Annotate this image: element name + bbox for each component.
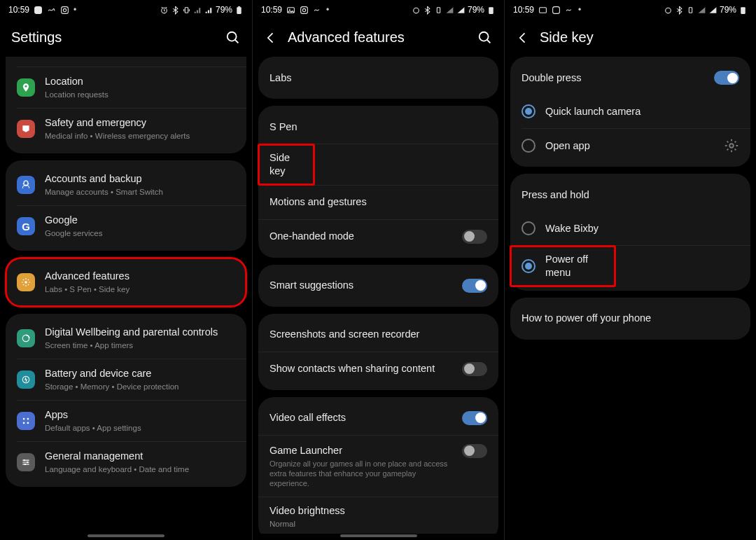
google-icon: G	[17, 217, 35, 235]
toggle-smart-suggestions[interactable]	[462, 279, 487, 293]
row-title: Side key	[270, 151, 303, 178]
section-header-press-hold: Press and hold	[510, 178, 750, 212]
settings-group: Screenshots and screen recorder Show con…	[258, 314, 498, 390]
row-video-brightness[interactable]: Video brightness Normal	[258, 497, 498, 534]
svg-rect-27	[489, 7, 493, 14]
svg-rect-33	[741, 7, 746, 14]
settings-row-apps[interactable]: Apps Default apps • App settings	[6, 401, 246, 441]
row-labs[interactable]: Labs	[258, 61, 498, 95]
page-title: Side key	[540, 29, 745, 46]
svg-point-15	[27, 418, 29, 420]
svg-rect-29	[540, 7, 547, 13]
settings-row-advanced-features[interactable]: Advanced features Labs • S Pen • Side ke…	[6, 262, 246, 303]
settings-row-accounts[interactable]: Accounts and backup Manage accounts • Sm…	[6, 165, 246, 205]
radio-quick-launch-camera[interactable]: Quick launch camera	[510, 95, 750, 128]
svg-rect-6	[185, 7, 188, 13]
settings-group: Labs	[258, 57, 498, 99]
clock: 10:59	[8, 5, 29, 15]
row-title: Show contacts when sharing content	[270, 362, 452, 375]
more-dot: •	[578, 5, 581, 15]
screen-header: Settings	[0, 20, 252, 57]
status-bar: 10:59 • 79%	[0, 0, 252, 20]
settings-row-general[interactable]: General management Language and keyboard…	[6, 442, 246, 483]
svg-point-2	[40, 8, 41, 8]
svg-rect-0	[35, 6, 42, 13]
gesture-bar[interactable]	[340, 534, 417, 537]
settings-row-google[interactable]: G Google Google services	[6, 206, 246, 247]
row-subtitle: Normal	[270, 519, 487, 529]
radio-label: Open app	[545, 139, 714, 153]
gear-icon[interactable]	[724, 138, 739, 153]
row-title: Smart suggestions	[270, 279, 452, 292]
settings-list[interactable]: Biometrics • Permission manager Location…	[0, 57, 252, 534]
svg-point-9	[227, 32, 237, 41]
row-subtitle: Default apps • App settings	[45, 423, 235, 434]
row-spen[interactable]: S Pen	[258, 110, 498, 144]
side-key-screen: 10:59 • 79% Side key Double press	[504, 0, 756, 540]
instagram-icon	[60, 6, 69, 15]
settings-row-wellbeing[interactable]: Digital Wellbeing and parental controls …	[6, 318, 246, 359]
row-title: Video brightness	[270, 504, 487, 518]
settings-row-safety[interactable]: Safety and emergency Medical info • Wire…	[6, 109, 246, 149]
scribble-icon	[47, 6, 56, 15]
toggle-show-contacts[interactable]	[462, 362, 487, 376]
svg-point-11	[24, 281, 27, 284]
row-title: Safety and emergency	[45, 116, 235, 130]
settings-group: Smart suggestions	[258, 265, 498, 307]
toggle-game-launcher[interactable]	[462, 444, 487, 458]
radio-open-app[interactable]: Open app	[510, 129, 750, 162]
section-header-double-press[interactable]: Double press	[510, 61, 750, 95]
row-game-launcher[interactable]: Game Launcher Organize all your games al…	[258, 436, 498, 497]
screen-header: Side key	[505, 20, 756, 57]
row-screenshots[interactable]: Screenshots and screen recorder	[258, 318, 498, 352]
signal-weak-icon	[697, 6, 706, 15]
toggle-double-press[interactable]	[714, 71, 739, 85]
settings-group: Accounts and backup Manage accounts • Sm…	[6, 160, 246, 251]
row-one-handed[interactable]: One-handed mode	[258, 220, 498, 254]
row-title: Screenshots and screen recorder	[270, 328, 487, 341]
instagram-icon	[34, 6, 43, 15]
radio-icon[interactable]	[522, 259, 536, 273]
vibrate-icon	[434, 6, 443, 15]
toggle-one-handed[interactable]	[462, 230, 487, 244]
row-side-key[interactable]: Side key	[258, 144, 314, 185]
back-icon[interactable]	[516, 31, 530, 45]
svg-rect-3	[62, 6, 69, 13]
radio-icon[interactable]	[522, 221, 536, 235]
toggle-video-effects[interactable]	[462, 411, 487, 425]
settings-row-location[interactable]: Location Location requests	[6, 67, 246, 108]
settings-row-battery[interactable]: Battery and device care Storage • Memory…	[6, 359, 246, 400]
advanced-features-screen: 10:59 • 79% Advanced features Labs	[252, 0, 504, 540]
side-key-list[interactable]: Double press Quick launch camera Open ap…	[505, 57, 756, 534]
row-title: General management	[45, 450, 235, 463]
scribble-icon	[565, 6, 574, 15]
battery-text: 79%	[468, 5, 484, 15]
radio-icon[interactable]	[522, 104, 536, 118]
settings-group: Biometrics • Permission manager Location…	[6, 57, 246, 153]
settings-group: Video call effects Game Launcher Organiz…	[258, 397, 498, 534]
settings-row-biometrics[interactable]: Biometrics • Permission manager	[6, 57, 246, 67]
row-smart-suggestions[interactable]: Smart suggestions	[258, 269, 498, 303]
back-icon[interactable]	[264, 31, 278, 45]
row-title: Google	[45, 214, 235, 227]
radio-icon[interactable]	[522, 139, 536, 153]
row-title: Location	[45, 75, 235, 88]
search-icon[interactable]	[477, 30, 493, 46]
signal-icon	[456, 6, 465, 15]
row-show-contacts[interactable]: Show contacts when sharing content	[258, 352, 498, 386]
status-bar: 10:59 • 79%	[505, 0, 756, 20]
gesture-bar[interactable]	[88, 534, 164, 537]
svg-point-17	[27, 422, 29, 424]
advanced-list[interactable]: Labs S Pen Side key Motions and gestures…	[253, 57, 504, 534]
row-video-effects[interactable]: Video call effects	[258, 401, 498, 435]
battery-icon	[738, 6, 748, 15]
radio-label: Quick launch camera	[545, 105, 739, 118]
link-how-to-power-off[interactable]: How to power off your phone	[510, 302, 750, 335]
row-subtitle: Language and keyboard • Date and time	[45, 464, 235, 475]
radio-label: Wake Bixby	[545, 222, 739, 235]
wellbeing-icon	[17, 329, 35, 347]
radio-power-off-menu[interactable]: Power off menu	[510, 246, 615, 286]
search-icon[interactable]	[225, 30, 241, 46]
row-motions[interactable]: Motions and gestures	[258, 186, 498, 219]
radio-wake-bixby[interactable]: Wake Bixby	[510, 212, 750, 245]
